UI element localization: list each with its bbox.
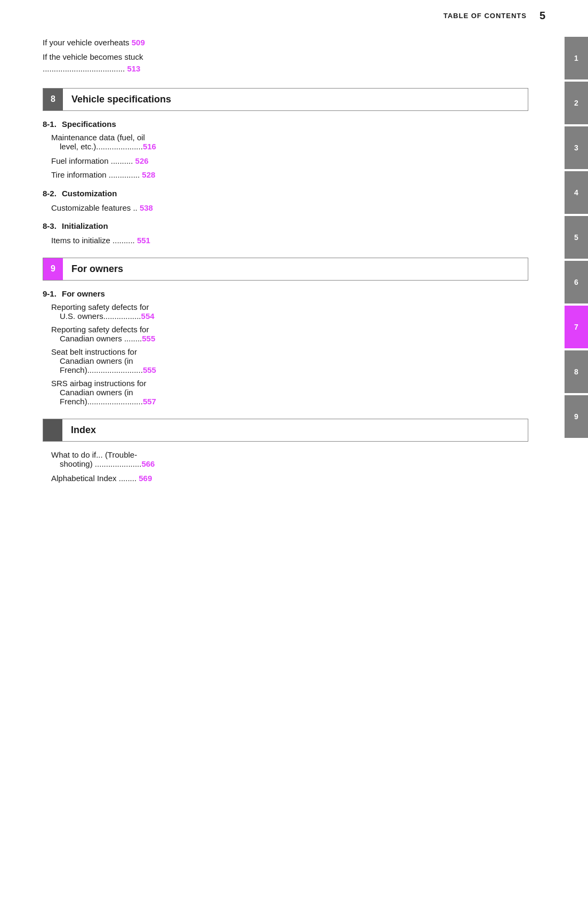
subsection-9-1-entries: Reporting safety defects for U.S. owners… — [51, 302, 528, 406]
toc-area: If your vehicle overheats 509 If the veh… — [0, 31, 560, 903]
list-item: SRS airbag instructions for Canadian own… — [51, 379, 528, 406]
side-tab-6[interactable]: 6 — [565, 261, 588, 303]
list-item: Seat belt instructions for Canadian owne… — [51, 347, 528, 374]
index-title: Index — [62, 419, 528, 441]
subsection-8-2-header: 8-2. Customization — [43, 189, 528, 198]
section-9-title: For owners — [63, 258, 528, 280]
subsection-8-1-header: 8-1. Specifications — [43, 119, 528, 129]
page-number: 5 — [539, 10, 545, 22]
list-item: What to do if... (Trouble- shooting) ...… — [51, 450, 528, 468]
section-9-number: 9 — [43, 258, 63, 280]
subsection-8-1-entries: Maintenance data (fuel, oil level, etc.)… — [51, 133, 528, 181]
side-tab-9[interactable]: 9 — [565, 395, 588, 438]
index-section-header: Index — [43, 419, 528, 442]
index-number-box — [43, 419, 62, 441]
subsection-8-3-header: 8-3. Initialization — [43, 221, 528, 230]
list-item: Maintenance data (fuel, oil level, etc.)… — [51, 133, 528, 151]
side-tabs: 1 2 3 4 5 6 7 8 9 — [560, 31, 588, 903]
section-8-title: Vehicle specifications — [63, 89, 528, 110]
side-tab-1[interactable]: 1 — [565, 37, 588, 79]
list-item: Reporting safety defects for U.S. owners… — [51, 302, 528, 321]
list-item: Fuel information .......... 526 — [51, 155, 528, 167]
list-item: If the vehicle becomes stuck ...........… — [43, 51, 528, 75]
side-tab-5[interactable]: 5 — [565, 216, 588, 259]
section-8-header: 8 Vehicle specifications — [43, 88, 528, 111]
list-item: Customizable features .. 538 — [51, 202, 528, 214]
intro-entries: If your vehicle overheats 509 If the veh… — [43, 37, 528, 75]
page-header: TABLE OF CONTENTS 5 — [0, 0, 588, 31]
list-item: Alphabetical Index ........ 569 — [51, 473, 528, 485]
side-tab-7[interactable]: 7 — [565, 306, 588, 348]
list-item: Items to initialize .......... 551 — [51, 235, 528, 247]
section-8-number: 8 — [43, 89, 63, 110]
main-content: If your vehicle overheats 509 If the veh… — [0, 31, 588, 903]
header-title: TABLE OF CONTENTS — [444, 12, 527, 20]
section-9-header: 9 For owners — [43, 258, 528, 281]
subsection-9-1-header: 9-1. For owners — [43, 289, 528, 298]
side-tab-4[interactable]: 4 — [565, 171, 588, 214]
side-tab-2[interactable]: 2 — [565, 82, 588, 124]
list-item: If your vehicle overheats 509 — [43, 37, 528, 49]
list-item: Reporting safety defects for Canadian ow… — [51, 325, 528, 343]
side-tab-3[interactable]: 3 — [565, 126, 588, 169]
subsection-8-3-entries: Items to initialize .......... 551 — [51, 235, 528, 247]
subsection-8-2-entries: Customizable features .. 538 — [51, 202, 528, 214]
list-item: Tire information .............. 528 — [51, 169, 528, 181]
index-entries: What to do if... (Trouble- shooting) ...… — [51, 450, 528, 485]
side-tab-8[interactable]: 8 — [565, 350, 588, 393]
